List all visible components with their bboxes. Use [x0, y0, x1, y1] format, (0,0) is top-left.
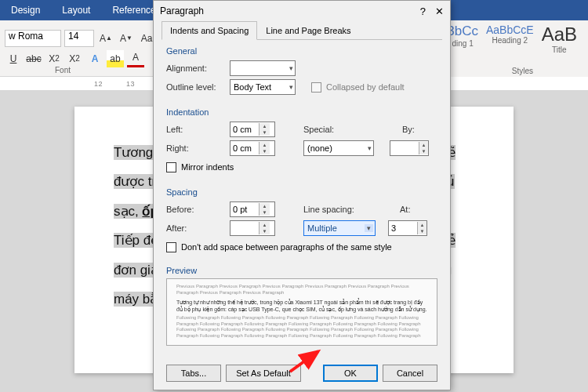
- subscript-icon[interactable]: X2: [45, 50, 63, 67]
- strikethrough-icon[interactable]: abc: [25, 50, 42, 67]
- collapsed-checkbox: [311, 82, 321, 93]
- tab-design[interactable]: Design: [0, 0, 51, 20]
- preview-section: Preview Previous Paragraph Previous Para…: [166, 266, 437, 347]
- superscript-icon[interactable]: X2: [66, 50, 83, 67]
- nospace-checkbox[interactable]: [166, 242, 176, 252]
- down-arrow-icon[interactable]: ▼: [260, 228, 270, 234]
- alignment-label: Alignment:: [166, 64, 225, 73]
- grow-font-icon[interactable]: A▲: [97, 30, 114, 47]
- indentation-section: Indentation Left: ▲▼ Special: By: Right:…: [166, 107, 437, 176]
- special-select[interactable]: (none)▾: [303, 140, 374, 156]
- general-section: General Alignment: ▾ Outline level: Body…: [166, 46, 437, 96]
- tab-line-page-breaks[interactable]: Line and Page Breaks: [257, 21, 359, 40]
- before-label: Before:: [166, 205, 225, 214]
- preview-label: Preview: [166, 266, 437, 275]
- up-arrow-icon[interactable]: ▲: [419, 142, 428, 148]
- special-label: Special:: [303, 125, 350, 134]
- font-color-icon[interactable]: A: [127, 50, 144, 67]
- right-indent-label: Right:: [166, 143, 225, 153]
- tab-layout[interactable]: Layout: [51, 0, 101, 20]
- mirror-indents-checkbox[interactable]: [166, 162, 176, 172]
- at-input[interactable]: ▲▼: [388, 220, 427, 236]
- spacing-section: Spacing Before: ▲▼ Line spacing: At: Aft…: [166, 187, 437, 256]
- styles-group-label: Styles: [512, 67, 533, 75]
- left-indent-input[interactable]: ▲▼: [230, 122, 275, 137]
- mirror-indents-label: Mirror indents: [181, 162, 234, 172]
- outline-label: Outline level:: [166, 82, 225, 92]
- help-icon[interactable]: ?: [420, 5, 426, 17]
- general-label: General: [166, 46, 437, 56]
- ok-button[interactable]: OK: [323, 365, 378, 382]
- outline-select[interactable]: Body Text▾: [230, 79, 296, 95]
- style-heading1[interactable]: 3bCc ding 1: [447, 24, 478, 48]
- chevron-down-icon: ▾: [289, 83, 293, 91]
- dialog-title: Paragraph: [160, 5, 204, 16]
- at-label: At:: [400, 205, 423, 214]
- chevron-down-icon: ▾: [289, 64, 293, 72]
- style-title[interactable]: AaB Title: [542, 24, 577, 54]
- set-default-button[interactable]: Set As Default: [226, 365, 301, 382]
- line-spacing-label: Line spacing:: [303, 205, 362, 214]
- tabs-button[interactable]: Tabs...: [166, 365, 221, 382]
- up-arrow-icon[interactable]: ▲: [260, 222, 270, 228]
- dialog-buttons: Tabs... Set As Default OK Cancel: [154, 358, 450, 390]
- font-group-label: Font: [55, 66, 71, 74]
- indentation-label: Indentation: [166, 107, 437, 117]
- text-effects-icon[interactable]: A: [86, 50, 103, 67]
- down-arrow-icon[interactable]: ▼: [419, 148, 428, 154]
- tab-indents-spacing[interactable]: Indents and Spacing: [162, 21, 257, 40]
- dialog-titlebar: Paragraph ? ✕: [154, 1, 450, 21]
- after-input[interactable]: ▲▼: [230, 220, 275, 236]
- up-arrow-icon[interactable]: ▲: [418, 222, 426, 228]
- cancel-button[interactable]: Cancel: [383, 365, 437, 382]
- chevron-down-icon: ▾: [365, 224, 373, 232]
- down-arrow-icon[interactable]: ▼: [260, 209, 270, 216]
- after-label: After:: [166, 223, 225, 233]
- down-arrow-icon[interactable]: ▼: [418, 228, 426, 234]
- close-icon[interactable]: ✕: [435, 5, 444, 17]
- down-arrow-icon[interactable]: ▼: [260, 148, 270, 154]
- before-input[interactable]: ▲▼: [230, 201, 275, 217]
- font-name-select[interactable]: w Roma: [5, 30, 61, 47]
- paragraph-dialog: Paragraph ? ✕ Indents and Spacing Line a…: [153, 0, 451, 390]
- right-indent-input[interactable]: ▲▼: [230, 140, 275, 156]
- left-indent-label: Left:: [166, 125, 225, 134]
- style-heading2[interactable]: AaBbCcE Heading 2: [486, 24, 534, 45]
- up-arrow-icon[interactable]: ▲: [260, 123, 270, 129]
- font-size-select[interactable]: 14: [64, 30, 94, 47]
- underline-icon[interactable]: U: [5, 50, 22, 67]
- collapsed-label: Collapsed by default: [326, 82, 405, 92]
- preview-box: Previous Paragraph Previous Paragraph Pr…: [166, 278, 437, 346]
- spacing-label: Spacing: [166, 187, 437, 197]
- shrink-font-icon[interactable]: A▼: [118, 30, 135, 47]
- by-label: By:: [402, 125, 426, 134]
- highlight-icon[interactable]: ab: [107, 50, 124, 67]
- up-arrow-icon[interactable]: ▲: [260, 142, 270, 148]
- dialog-tabs: Indents and Spacing Line and Page Breaks: [162, 21, 442, 40]
- alignment-select[interactable]: ▾: [230, 60, 296, 76]
- up-arrow-icon[interactable]: ▲: [260, 203, 270, 209]
- line-spacing-select[interactable]: Multiple▾: [303, 220, 376, 236]
- styles-gallery: 3bCc ding 1 AaBbCcE Heading 2 AaB Title …: [436, 20, 588, 77]
- chevron-down-icon: ▾: [368, 144, 372, 152]
- nospace-label: Don't add space between paragraphs of th…: [181, 242, 392, 252]
- by-input[interactable]: ▲▼: [390, 140, 429, 156]
- down-arrow-icon[interactable]: ▼: [260, 129, 270, 136]
